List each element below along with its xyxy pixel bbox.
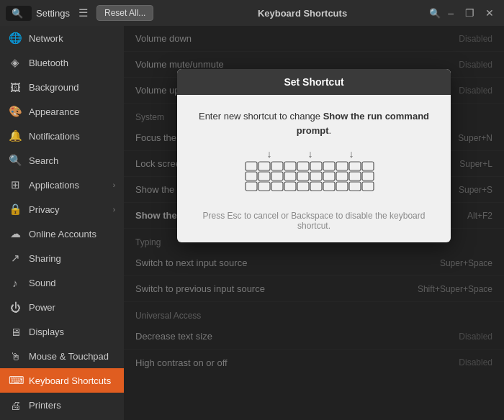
svg-rect-6	[284, 162, 296, 170]
sidebar-item-label-keyboard-shortcuts: Keyboard Shortcuts	[29, 375, 111, 386]
sidebar-item-keyboard-shortcuts[interactable]: ⌨Keyboard Shortcuts	[0, 368, 124, 393]
sidebar-item-applications[interactable]: ⊞Applications›	[0, 173, 124, 197]
sidebar-item-power[interactable]: ⏻Power	[0, 295, 124, 319]
svg-rect-12	[362, 162, 374, 170]
svg-rect-31	[349, 182, 361, 191]
svg-rect-4	[258, 162, 270, 170]
sidebar-item-label-background: Background	[29, 82, 78, 93]
sidebar-item-search[interactable]: 🔍Search	[0, 148, 124, 173]
svg-rect-5	[271, 162, 283, 170]
svg-rect-14	[258, 172, 270, 181]
sidebar-item-sound[interactable]: ♪Sound	[0, 270, 124, 295]
search-icon: 🔍	[12, 8, 23, 19]
sidebar-item-label-printers: Printers	[29, 400, 61, 411]
notifications-icon: 🔔	[9, 129, 22, 142]
online-accounts-icon: ☁	[9, 227, 22, 240]
sidebar-item-label-power: Power	[29, 302, 55, 313]
svg-rect-25	[271, 182, 283, 191]
search-icon-header[interactable]: 🔍	[429, 8, 441, 19]
window-title: Keyboard Shortcuts	[170, 8, 435, 19]
svg-rect-8	[310, 162, 322, 170]
sidebar-item-privacy[interactable]: 🔒Privacy›	[0, 197, 124, 222]
sidebar-item-label-displays: Displays	[29, 327, 64, 337]
sidebar-item-label-network: Network	[29, 33, 63, 44]
svg-rect-13	[246, 172, 257, 181]
svg-rect-24	[258, 182, 270, 191]
main-layout: 🌐Network◈Bluetooth🖼Background🎨Appearance…	[0, 26, 504, 420]
svg-rect-15	[271, 172, 283, 181]
sound-icon: ♪	[9, 277, 22, 289]
svg-rect-26	[284, 182, 296, 191]
dialog-hint: Press Esc to cancel or Backspace to disa…	[194, 211, 433, 231]
close-button[interactable]: ✕	[481, 4, 498, 22]
svg-rect-20	[336, 172, 348, 181]
applications-icon: ⊞	[9, 178, 22, 191]
privacy-icon: 🔒	[9, 203, 22, 216]
svg-rect-3	[246, 162, 257, 170]
sidebar-item-bluetooth[interactable]: ◈Bluetooth	[0, 50, 124, 75]
svg-rect-19	[323, 172, 335, 181]
network-icon: 🌐	[9, 32, 22, 45]
sidebar-item-label-bluetooth: Bluetooth	[29, 58, 68, 68]
minimize-button[interactable]: –	[444, 4, 458, 22]
svg-rect-7	[297, 162, 309, 170]
svg-rect-30	[336, 182, 348, 191]
svg-rect-10	[336, 162, 348, 170]
settings-title: Settings	[36, 8, 70, 19]
sidebar-item-online-accounts[interactable]: ☁Online Accounts	[0, 222, 124, 246]
keyboard-shortcuts-icon: ⌨	[9, 374, 22, 387]
svg-rect-29	[323, 182, 335, 191]
sidebar-item-label-privacy: Privacy	[29, 204, 60, 215]
maximize-button[interactable]: ❐	[461, 4, 478, 22]
svg-rect-23	[246, 182, 257, 191]
svg-rect-28	[310, 182, 322, 191]
sidebar-item-label-online-accounts: Online Accounts	[29, 229, 96, 239]
svg-rect-22	[362, 172, 374, 181]
svg-text:↓: ↓	[308, 149, 313, 160]
dialog-body: Enter new shortcut to change Show the ru…	[177, 95, 451, 242]
dialog-header: Set Shortcut	[177, 69, 451, 95]
sidebar-item-removable-media[interactable]: 💾Removable Media	[0, 417, 124, 420]
svg-rect-9	[323, 162, 335, 170]
sidebar-item-displays[interactable]: 🖥Displays	[0, 319, 124, 344]
appearance-icon: 🎨	[9, 105, 22, 118]
sidebar-item-network[interactable]: 🌐Network	[0, 26, 124, 50]
background-icon: 🖼	[9, 81, 22, 93]
sidebar-item-label-sound: Sound	[29, 278, 56, 288]
hamburger-button[interactable]: ☰	[74, 5, 92, 21]
bluetooth-icon: ◈	[9, 56, 22, 69]
svg-rect-18	[310, 172, 322, 181]
reset-all-button[interactable]: Reset All...	[96, 5, 153, 21]
keyboard-svg: ↓ ↓ ↓	[242, 149, 386, 199]
sidebar-item-printers[interactable]: 🖨Printers	[0, 393, 124, 417]
sidebar-item-label-notifications: Notifications	[29, 131, 80, 142]
sidebar-item-label-appearance: Appearance	[29, 106, 79, 117]
svg-text:↓: ↓	[349, 149, 354, 160]
sidebar-item-background[interactable]: 🖼Background	[0, 75, 124, 99]
set-shortcut-dialog: Set Shortcut Enter new shortcut to chang…	[177, 69, 451, 242]
search-icon: 🔍	[9, 154, 22, 167]
svg-text:↓: ↓	[267, 149, 272, 160]
sidebar-item-notifications[interactable]: 🔔Notifications	[0, 124, 124, 148]
sidebar-item-appearance[interactable]: 🎨Appearance	[0, 99, 124, 124]
content-area: Volume downDisabledVolume mute/unmuteDis…	[124, 26, 504, 420]
sidebar-item-label-search: Search	[29, 155, 58, 166]
mouse-touchpad-icon: 🖱	[9, 350, 22, 362]
svg-rect-16	[284, 172, 296, 181]
svg-rect-21	[349, 172, 361, 181]
sharing-icon: ↗	[9, 252, 22, 265]
titlebar-search-icon: 🔍	[6, 6, 32, 21]
window-controls: 🔍 – ❐ ✕	[441, 4, 498, 22]
sidebar-item-sharing[interactable]: ↗Sharing	[0, 246, 124, 270]
svg-rect-17	[297, 172, 309, 181]
displays-icon: 🖥	[9, 326, 22, 338]
sidebar-item-label-mouse-touchpad: Mouse & Touchpad	[29, 351, 109, 362]
sidebar-item-mouse-touchpad[interactable]: 🖱Mouse & Touchpad	[0, 344, 124, 368]
svg-rect-32	[362, 182, 374, 191]
svg-rect-11	[349, 162, 361, 170]
arrow-icon: ›	[113, 181, 115, 189]
sidebar-item-label-applications: Applications	[29, 180, 79, 191]
dialog-overlay: Set Shortcut Enter new shortcut to chang…	[124, 26, 504, 420]
titlebar-left: 🔍 Settings ☰ Reset All...	[6, 5, 164, 21]
power-icon: ⏻	[9, 301, 22, 314]
